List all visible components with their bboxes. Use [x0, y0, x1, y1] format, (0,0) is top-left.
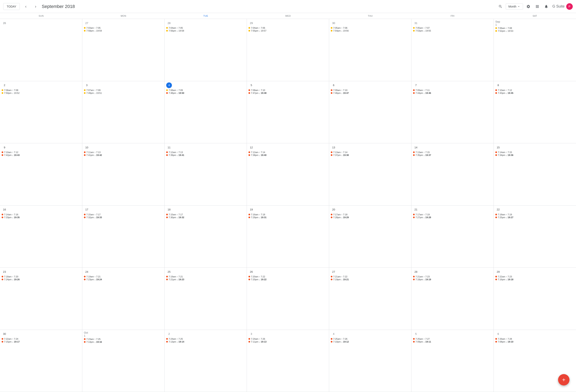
event-row[interactable]: 7:14am ↑ 7:16 [2, 213, 81, 216]
event-row[interactable]: 7:21am ↑ 7:23 [413, 275, 492, 278]
event-row[interactable]: 7:05am ↑ 7:06 [331, 27, 410, 29]
event-row[interactable]: 7:13pm ↓ 19:14 [166, 340, 245, 343]
calendar-cell[interactable]: Oct 17:23am ↑ 7:257:14pm ↓ 19:16 [82, 330, 165, 392]
calendar-cell[interactable]: 57:08am ↑ 7:107:47pm ↓ 19:48 [247, 81, 329, 143]
event-row[interactable]: 7:55pm ↓ 19:57 [249, 29, 327, 32]
event-row[interactable]: 7:16am ↑ 7:18 [249, 213, 327, 216]
calendar-cell[interactable]: 297:04am ↑ 7:067:55pm ↓ 19:57 [247, 19, 329, 81]
calendar-cell[interactable]: 317:05am ↑ 7:077:53pm ↓ 19:55 [411, 19, 494, 81]
calendar-cell[interactable]: 207:17am ↑ 7:187:28pm ↓ 19:29 [329, 206, 411, 268]
event-row[interactable]: 7:18am ↑ 7:19 [495, 213, 574, 216]
event-row[interactable]: 7:14am ↑ 7:15 [495, 151, 574, 154]
calendar-cell[interactable]: Sep 17:06am ↑ 7:087:52pm ↓ 19:53 [494, 19, 576, 81]
event-row[interactable]: 7:29pm ↓ 19:31 [249, 216, 327, 219]
event-row[interactable]: 7:35pm ↓ 19:37 [413, 154, 492, 156]
event-row[interactable]: 7:37pm ↓ 19:38 [331, 154, 410, 156]
calendar-cell[interactable]: 287:04am ↑ 7:057:56pm ↓ 19:58 [165, 19, 247, 81]
calendar-cell[interactable]: 197:16am ↑ 7:187:29pm ↓ 19:31 [247, 206, 329, 268]
calendar-cell[interactable]: 307:05am ↑ 7:067:54pm ↓ 19:56 [329, 19, 411, 81]
event-row[interactable]: 7:15am ↑ 7:17 [166, 213, 245, 216]
calendar-cell[interactable]: 287:21am ↑ 7:237:18pm ↓ 19:19 [411, 268, 494, 330]
event-row[interactable]: 7:43pm ↓ 19:45 [495, 92, 574, 94]
event-row[interactable]: 7:16pm ↓ 19:18 [495, 278, 574, 281]
event-row[interactable]: 7:54pm ↓ 19:56 [331, 29, 410, 32]
event-row[interactable]: 7:21am ↑ 7:22 [331, 275, 410, 278]
settings-button[interactable] [525, 3, 532, 10]
calendar-cell[interactable]: 217:17am ↑ 7:197:27pm ↓ 19:28 [411, 206, 494, 268]
event-row[interactable]: 7:03am ↑ 7:05 [84, 27, 163, 29]
calendar-cell[interactable]: 267:20am ↑ 7:227:20pm ↓ 19:22 [247, 268, 329, 330]
calendar-cell[interactable]: 47:25am ↑ 7:267:10pm ↓ 19:12 [329, 330, 411, 392]
event-row[interactable]: 7:30pm ↓ 19:32 [166, 216, 245, 219]
event-row[interactable]: 7:46pm ↓ 19:47 [331, 92, 410, 94]
calendar-cell[interactable]: 57:25am ↑ 7:277:09pm ↓ 19:11 [411, 330, 494, 392]
event-row[interactable]: 7:48pm ↓ 19:50 [166, 92, 245, 94]
event-row[interactable]: 7:11pm ↓ 19:13 [249, 340, 327, 343]
event-row[interactable]: 7:15pm ↓ 19:17 [2, 340, 81, 343]
event-row[interactable]: 7:58pm ↓ 19:59 [84, 29, 163, 32]
calendar-cell[interactable]: 97:10am ↑ 7:127:42pm ↓ 19:43 [0, 143, 82, 205]
event-row[interactable]: 7:06am ↑ 7:08 [495, 27, 574, 29]
apps-button[interactable] [534, 3, 541, 10]
today-button[interactable]: TODAY [3, 3, 20, 10]
calendar-cell[interactable]: 127:12am ↑ 7:147:38pm ↓ 19:40 [247, 143, 329, 205]
event-row[interactable]: 7:24pm ↓ 19:26 [2, 278, 81, 281]
event-row[interactable]: 7:13am ↑ 7:15 [413, 151, 492, 154]
avatar[interactable]: P [566, 3, 573, 10]
event-row[interactable]: 7:12am ↑ 7:13 [166, 151, 245, 154]
event-row[interactable]: 7:50pm ↓ 19:52 [2, 92, 81, 94]
event-row[interactable]: 7:06am ↑ 7:08 [2, 89, 81, 91]
event-row[interactable]: 7:08am ↑ 7:09 [166, 89, 245, 91]
calendar-cell[interactable]: 277:21am ↑ 7:227:19pm ↓ 19:21 [329, 268, 411, 330]
event-row[interactable]: 7:10pm ↓ 19:12 [331, 340, 410, 343]
event-row[interactable]: 7:28pm ↓ 19:29 [331, 216, 410, 219]
event-row[interactable]: 7:21pm ↓ 19:23 [166, 278, 245, 281]
calendar-cell[interactable]: 237:18am ↑ 7:207:24pm ↓ 19:26 [0, 268, 82, 330]
calendar-cell[interactable]: 27:06am ↑ 7:087:50pm ↓ 19:52 [0, 81, 82, 143]
calendar-cell[interactable]: 177:15am ↑ 7:177:32pm ↓ 19:33 [82, 206, 165, 268]
event-row[interactable]: 7:09am ↑ 7:10 [331, 89, 410, 91]
event-row[interactable]: 7:13am ↑ 7:14 [331, 151, 410, 154]
event-row[interactable]: 7:56pm ↓ 19:58 [166, 29, 245, 32]
calendar-cell[interactable]: 87:10am ↑ 7:127:43pm ↓ 19:45 [494, 81, 576, 143]
event-row[interactable]: 7:25pm ↓ 19:27 [495, 216, 574, 219]
calendar-cell[interactable]: 307:22am ↑ 7:247:15pm ↓ 19:17 [0, 330, 82, 392]
event-row[interactable]: 7:09pm ↓ 19:11 [413, 340, 492, 343]
event-row[interactable]: 7:33pm ↓ 19:35 [2, 216, 81, 219]
event-row[interactable]: 7:49pm ↓ 19:51 [84, 92, 163, 94]
next-button[interactable]: › [32, 3, 39, 10]
event-row[interactable]: 7:05am ↑ 7:07 [413, 27, 492, 29]
calendar-cell[interactable]: 107:11am ↑ 7:137:41pm ↓ 19:42 [82, 143, 165, 205]
event-row[interactable]: 7:38pm ↓ 19:40 [249, 154, 327, 156]
event-row[interactable]: 7:10am ↑ 7:12 [495, 89, 574, 91]
event-row[interactable]: 7:22am ↑ 7:23 [495, 275, 574, 278]
event-row[interactable]: 7:20am ↑ 7:22 [249, 275, 327, 278]
calendar-cell[interactable]: 257:19am ↑ 7:217:21pm ↓ 19:23 [165, 268, 247, 330]
calendar-cell[interactable]: 47:08am ↑ 7:097:48pm ↓ 19:50 [165, 81, 247, 143]
calendar-cell[interactable]: 147:13am ↑ 7:157:35pm ↓ 19:37 [411, 143, 494, 205]
event-row[interactable]: 7:19am ↑ 7:21 [84, 275, 163, 278]
event-row[interactable]: 7:15am ↑ 7:17 [84, 213, 163, 216]
calendar-cell[interactable]: 157:14am ↑ 7:157:34pm ↓ 19:36 [494, 143, 576, 205]
event-row[interactable]: 7:19am ↑ 7:21 [166, 275, 245, 278]
notifications-button[interactable] [543, 3, 550, 10]
event-row[interactable]: 7:23pm ↓ 19:24 [84, 278, 163, 281]
event-row[interactable]: 7:25am ↑ 7:27 [413, 338, 492, 340]
calendar-cell[interactable]: 247:19am ↑ 7:217:23pm ↓ 19:24 [82, 268, 165, 330]
event-row[interactable]: 7:07am ↑ 7:09 [84, 89, 163, 91]
event-row[interactable]: 7:11am ↑ 7:13 [84, 151, 163, 154]
month-select[interactable]: Month [506, 3, 523, 10]
event-row[interactable]: 7:19pm ↓ 19:21 [331, 278, 410, 281]
event-row[interactable]: 7:14pm ↓ 19:16 [84, 341, 163, 343]
calendar-cell[interactable]: 297:22am ↑ 7:237:16pm ↓ 19:18 [494, 268, 576, 330]
event-row[interactable]: 7:04am ↑ 7:05 [166, 27, 245, 29]
event-row[interactable]: 7:09am ↑ 7:11 [413, 89, 492, 91]
calendar-cell[interactable]: 167:14am ↑ 7:167:33pm ↓ 19:35 [0, 206, 82, 268]
event-row[interactable]: 7:23am ↑ 7:25 [84, 338, 163, 340]
calendar-cell[interactable]: 37:24am ↑ 7:267:11pm ↓ 19:13 [247, 330, 329, 392]
calendar-cell[interactable]: 117:12am ↑ 7:137:39pm ↓ 19:41 [165, 143, 247, 205]
event-row[interactable]: 7:47pm ↓ 19:48 [249, 92, 327, 94]
calendar-cell[interactable]: 77:09am ↑ 7:117:44pm ↓ 19:46 [411, 81, 494, 143]
event-row[interactable]: 7:44pm ↓ 19:46 [413, 92, 492, 94]
calendar-cell[interactable]: 227:18am ↑ 7:197:25pm ↓ 19:27 [494, 206, 576, 268]
